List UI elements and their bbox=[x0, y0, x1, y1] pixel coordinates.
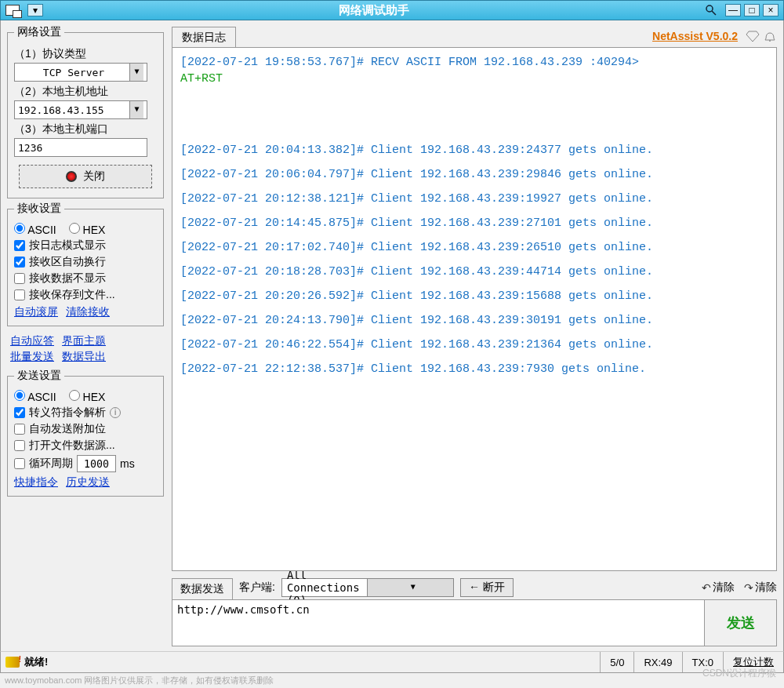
log-line: [2022-07-21 22:12:38.537]# Client 192.16… bbox=[180, 361, 768, 377]
protocol-label: （1）协议类型 bbox=[14, 47, 157, 61]
window-title: 网络调试助手 bbox=[43, 3, 705, 18]
auto-append-check[interactable] bbox=[14, 424, 25, 435]
recv-settings-group: 接收设置 ASCII HEX 按日志模式显示 接收区自动换行 接收数据不显示 接… bbox=[7, 202, 164, 326]
log-line: [2022-07-21 19:58:53.767]# RECV ASCII FR… bbox=[180, 54, 768, 87]
save-file-check[interactable] bbox=[14, 289, 25, 300]
connection-select[interactable]: All Connections (0) ▼ bbox=[281, 578, 454, 597]
log-line: [2022-07-21 20:04:13.382]# Client 192.16… bbox=[180, 142, 768, 158]
info-icon[interactable]: i bbox=[110, 407, 121, 418]
ready-icon bbox=[5, 657, 20, 668]
send-ascii-radio[interactable]: ASCII bbox=[14, 390, 56, 403]
protocol-select[interactable]: TCP Server ▼ bbox=[14, 63, 147, 82]
send-settings-group: 发送设置 ASCII HEX 转义符指令解析 i 自动发送附加位 打开文件数据源… bbox=[7, 369, 164, 497]
winbtn-dropdown[interactable]: ▾ bbox=[27, 4, 43, 16]
log-line: [2022-07-21 20:20:26.592]# Client 192.16… bbox=[180, 288, 768, 304]
log-line: [2022-07-21 20:18:28.703]# Client 192.16… bbox=[180, 264, 768, 280]
record-icon bbox=[66, 171, 77, 182]
svg-line-1 bbox=[712, 11, 716, 15]
log-tab[interactable]: 数据日志 bbox=[172, 27, 236, 48]
log-mode-check[interactable] bbox=[14, 240, 25, 251]
chevron-down-icon[interactable]: ▼ bbox=[129, 64, 143, 81]
theme-link[interactable]: 界面主题 bbox=[62, 334, 106, 348]
minimize-button[interactable]: — bbox=[725, 4, 741, 16]
host-label: （2）本地主机地址 bbox=[14, 85, 157, 99]
auto-wrap-check[interactable] bbox=[14, 257, 25, 268]
close-window-button[interactable]: × bbox=[763, 4, 779, 16]
open-file-check[interactable] bbox=[14, 440, 25, 451]
app-icon bbox=[5, 5, 20, 16]
log-line: [2022-07-21 20:17:02.740]# Client 192.16… bbox=[180, 239, 768, 256]
recv-ascii-radio[interactable]: ASCII bbox=[14, 223, 56, 236]
clear-left-button[interactable]: ↶清除 bbox=[702, 581, 735, 595]
send-input[interactable]: http://www.cmsoft.cn bbox=[172, 599, 705, 646]
sidebar: 网络设置 （1）协议类型 TCP Server ▼ （2）本地主机地址 192.… bbox=[1, 20, 169, 651]
auto-scroll-link[interactable]: 自动滚屏 bbox=[14, 305, 58, 319]
clear-recv-link[interactable]: 清除接收 bbox=[66, 305, 110, 319]
cycle-input[interactable] bbox=[77, 455, 116, 472]
batch-send-link[interactable]: 批量发送 bbox=[10, 350, 54, 364]
undo-icon: ↶ bbox=[702, 581, 711, 594]
log-line: [2022-07-21 20:24:13.790]# Client 192.16… bbox=[180, 312, 768, 329]
rx-cell: RX:49 bbox=[633, 652, 681, 672]
cycle-check[interactable] bbox=[14, 458, 25, 469]
log-line: [2022-07-21 20:12:38.121]# Client 192.16… bbox=[180, 191, 768, 207]
auto-reply-link[interactable]: 自动应答 bbox=[10, 334, 54, 348]
ready-text: 就绪! bbox=[24, 655, 48, 669]
log-output[interactable]: ◂ [2022-07-21 19:58:53.767]# RECV ASCII … bbox=[172, 47, 777, 571]
disconnect-button[interactable]: ← 断开 bbox=[460, 578, 514, 597]
log-line: [2022-07-21 20:06:04.797]# Client 192.16… bbox=[180, 166, 768, 183]
log-line: [2022-07-21 20:46:22.554]# Client 192.16… bbox=[180, 337, 768, 353]
send-legend: 发送设置 bbox=[14, 369, 64, 383]
magnify-icon[interactable] bbox=[705, 4, 717, 16]
send-tab[interactable]: 数据发送 bbox=[172, 578, 233, 599]
host-select[interactable]: 192.168.43.155 ▼ bbox=[14, 100, 147, 119]
brand-label[interactable]: NetAssist V5.0.2 bbox=[652, 30, 738, 42]
redo-icon: ↷ bbox=[744, 581, 753, 594]
network-legend: 网络设置 bbox=[14, 25, 64, 39]
svg-point-3 bbox=[769, 40, 771, 42]
count-cell: 5/0 bbox=[600, 652, 633, 672]
escape-check[interactable] bbox=[14, 407, 25, 418]
recv-legend: 接收设置 bbox=[14, 202, 64, 216]
watermark-text: www.toymoban.com 网络图片仅供展示，非存储，如有侵权请联系删除 bbox=[5, 675, 274, 686]
quick-cmd-link[interactable]: 快捷指令 bbox=[14, 475, 58, 490]
maximize-button[interactable]: □ bbox=[744, 4, 760, 16]
recv-hex-radio[interactable]: HEX bbox=[69, 223, 106, 236]
chevron-down-icon[interactable]: ▼ bbox=[129, 101, 143, 118]
port-input[interactable] bbox=[14, 138, 147, 157]
statusbar: 就绪! 5/0 RX:49 TX:0 复位计数 bbox=[0, 651, 784, 673]
close-connection-button[interactable]: 关闭 bbox=[19, 165, 152, 188]
svg-marker-2 bbox=[746, 31, 759, 42]
diamond-icon[interactable] bbox=[746, 30, 760, 42]
log-line: [2022-07-21 20:14:45.875]# Client 192.16… bbox=[180, 215, 768, 231]
send-hex-radio[interactable]: HEX bbox=[69, 390, 106, 403]
chevron-down-icon[interactable]: ▼ bbox=[367, 579, 453, 596]
clear-right-button[interactable]: ↷清除 bbox=[744, 581, 777, 595]
port-label: （3）本地主机端口 bbox=[14, 122, 157, 137]
content-area: 数据日志 NetAssist V5.0.2 ◂ [2022-07-21 19:5… bbox=[169, 20, 783, 651]
watermark2-text: CSDN设计程序猴 bbox=[702, 667, 776, 680]
send-button[interactable]: 发送 bbox=[705, 599, 777, 646]
network-settings-group: 网络设置 （1）协议类型 TCP Server ▼ （2）本地主机地址 192.… bbox=[7, 25, 164, 198]
history-link[interactable]: 历史发送 bbox=[66, 475, 110, 490]
bell-icon[interactable] bbox=[763, 30, 777, 42]
titlebar: ▾ 网络调试助手 — □ × bbox=[0, 0, 784, 20]
no-display-check[interactable] bbox=[14, 273, 25, 284]
data-export-link[interactable]: 数据导出 bbox=[62, 350, 106, 364]
client-label: 客户端: bbox=[239, 581, 275, 595]
svg-point-0 bbox=[706, 5, 713, 12]
